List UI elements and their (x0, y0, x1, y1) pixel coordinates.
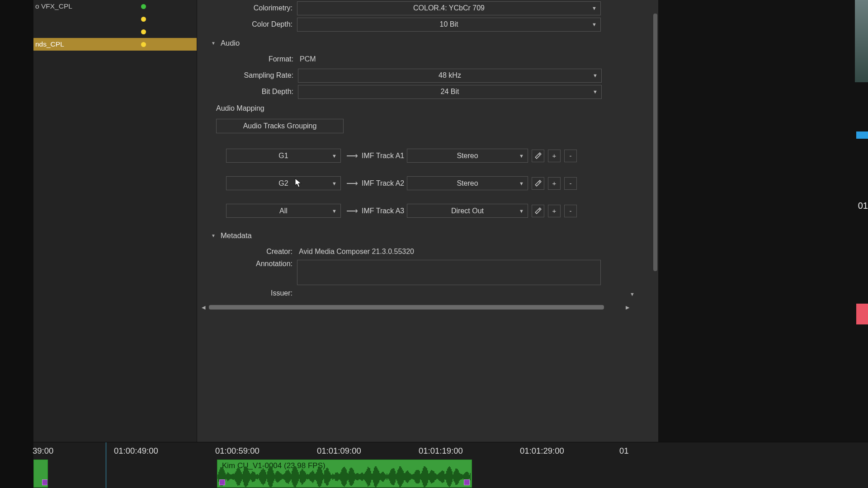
annotation-textarea[interactable] (297, 260, 601, 285)
creator-label: Creator: (209, 248, 297, 256)
chevron-down-icon: ▼ (332, 153, 337, 159)
type-value: Stereo (457, 152, 478, 160)
sidebar: o VFX_CPL nds_CPL Export (33, 0, 197, 488)
chevron-down-icon: ▼ (593, 73, 598, 78)
sidebar-item-label: nds_CPL (35, 40, 64, 48)
arrow-right-icon: ⟶ (341, 151, 362, 161)
ruler-tick: 01 (619, 446, 629, 456)
group-value: All (279, 207, 288, 215)
clip-a[interactable] (33, 460, 48, 488)
remove-button[interactable]: - (564, 177, 577, 190)
timeline: 39:0001:00:49:0001:00:59:0001:01:09:0001… (33, 442, 868, 488)
colorimetry-label: Colorimetry: (209, 4, 297, 12)
color-depth-value: 10 Bit (440, 20, 458, 28)
issuer-label: Issuer: (209, 289, 297, 297)
mapping-row-3: All ▼ ⟶ IMF Track A3 Direct Out ▼ + - (226, 204, 653, 218)
type-value: Direct Out (451, 207, 484, 215)
right-panel: 01 (658, 0, 868, 488)
track-label-1: IMF Track A1 (362, 152, 407, 160)
add-button[interactable]: + (548, 205, 561, 217)
arrow-right-icon: ⟶ (341, 206, 362, 216)
type-select-2[interactable]: Stereo ▼ (407, 176, 528, 190)
group-select-2[interactable]: G2 ▼ (226, 176, 341, 190)
scroll-thumb[interactable] (209, 305, 604, 310)
sidebar-item-nds[interactable]: nds_CPL (33, 38, 197, 51)
colorimetry-value: COLOR.4: YCbCr 709 (413, 4, 485, 12)
edit-button[interactable] (532, 205, 544, 217)
scroll-down-icon[interactable]: ▼ (630, 291, 635, 297)
thumbnail-image (855, 0, 868, 82)
chevron-down-icon: ▼ (592, 5, 597, 11)
edit-button[interactable] (532, 150, 544, 162)
chevron-down-icon: ▼ (519, 208, 524, 214)
type-select-3[interactable]: Direct Out ▼ (407, 204, 528, 218)
scroll-right-icon[interactable]: ▶ (624, 304, 631, 310)
timeline-ruler[interactable]: 39:0001:00:49:0001:00:59:0001:01:09:0001… (33, 442, 868, 460)
audio-header[interactable]: ▼ Audio (209, 39, 653, 47)
scrollbar-horizontal[interactable]: ◀ ▶ (200, 303, 631, 311)
creator-value: Avid Media Composer 21.3.0.55320 (297, 248, 414, 256)
audio-grouping-button[interactable]: Audio Tracks Grouping (216, 119, 344, 133)
clip-marker-icon (219, 479, 225, 485)
sidebar-item-label: o VFX_CPL (35, 2, 72, 10)
sidebar-item-2[interactable] (33, 25, 197, 38)
bitdepth-select[interactable]: 24 Bit ▼ (298, 85, 602, 99)
status-dot-yellow (141, 29, 146, 34)
metadata-header[interactable]: ▼ Metadata (209, 231, 653, 240)
mapping-row-1: G1 ▼ ⟶ IMF Track A1 Stereo ▼ + - (226, 149, 653, 163)
metadata-header-label: Metadata (221, 231, 252, 240)
edit-button[interactable] (532, 177, 544, 190)
sampling-select[interactable]: 48 kHz ▼ (298, 69, 602, 83)
chevron-down-icon: ▼ (519, 181, 524, 186)
sampling-value: 48 kHz (439, 71, 461, 80)
chevron-down-icon: ▼ (332, 181, 337, 186)
ruler-tick: 01:01:19:00 (419, 446, 463, 456)
color-depth-label: Color Depth: (209, 20, 297, 28)
chevron-down-icon: ▼ (519, 153, 524, 159)
type-select-1[interactable]: Stereo ▼ (407, 149, 528, 163)
timecode-partial: 01 (858, 201, 868, 211)
remove-button[interactable]: - (564, 205, 577, 217)
audio-mapping-label: Audio Mapping (216, 104, 653, 113)
track-label-3: IMF Track A3 (362, 207, 407, 215)
clip-marker-icon (464, 479, 470, 485)
edit-icon (534, 179, 542, 187)
remove-button[interactable]: - (564, 150, 577, 162)
add-button[interactable]: + (548, 177, 561, 190)
annotation-label: Annotation: (209, 260, 297, 268)
ruler-tick: 01:01:09:00 (317, 446, 361, 456)
sidebar-item-1[interactable] (33, 13, 197, 25)
scrollbar-vertical[interactable] (653, 14, 657, 271)
color-depth-select[interactable]: 10 Bit ▼ (297, 18, 601, 32)
blue-marker (856, 131, 868, 139)
format-value: PCM (298, 55, 316, 63)
sampling-label: Sampling Rate: (210, 71, 298, 80)
mapping-row-2: G2 ▼ ⟶ IMF Track A2 Stereo ▼ + - (226, 176, 653, 190)
scroll-left-icon[interactable]: ◀ (200, 304, 207, 310)
type-value: Stereo (457, 179, 478, 188)
clip-b[interactable]: Kim CU_V1-0004 (23.98 FPS) (217, 460, 472, 488)
edit-icon (534, 207, 542, 215)
add-button[interactable]: + (548, 150, 561, 162)
status-dot-yellow (141, 42, 146, 47)
bitdepth-value: 24 Bit (441, 88, 459, 96)
waveform (217, 466, 472, 487)
disclosure-icon: ▼ (209, 233, 218, 238)
status-dot-green (141, 4, 146, 9)
group-select-3[interactable]: All ▼ (226, 204, 341, 218)
ruler-tick: 01:01:29:00 (520, 446, 564, 456)
clip-marker-icon (42, 479, 48, 485)
colorimetry-select[interactable]: COLOR.4: YCbCr 709 ▼ (297, 1, 601, 15)
audio-header-label: Audio (221, 39, 240, 47)
grouping-label: Audio Tracks Grouping (243, 122, 317, 130)
format-label: Format: (210, 55, 298, 63)
group-select-1[interactable]: G1 ▼ (226, 149, 341, 163)
sidebar-item-vfx[interactable]: o VFX_CPL (33, 0, 197, 13)
arrow-right-icon: ⟶ (341, 178, 362, 188)
status-dot-yellow (141, 17, 146, 22)
ruler-tick: 01:00:59:00 (215, 446, 259, 456)
ruler-tick: 39:00 (33, 446, 53, 456)
sidebar-list: o VFX_CPL nds_CPL (33, 0, 197, 458)
chevron-down-icon: ▼ (592, 22, 597, 27)
bitdepth-label: Bit Depth: (210, 88, 298, 96)
